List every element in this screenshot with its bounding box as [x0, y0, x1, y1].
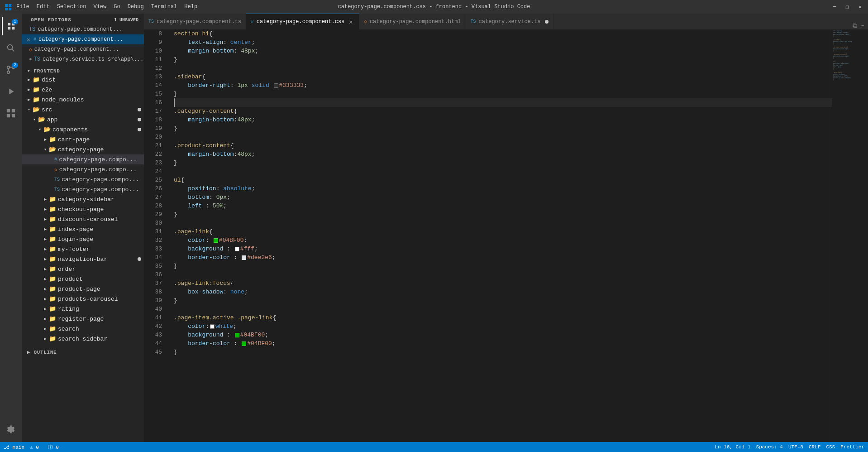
code-line-14: border-right: 1px solid #333333; — [174, 81, 832, 90]
editor-content: 8 9 10 11 12 13 14 15 16 17 18 19 20 21 … — [144, 29, 868, 442]
title-bar: File Edit Selection View Go Debug Termin… — [0, 0, 868, 14]
file-ts-1[interactable]: TS category-page.compo... — [22, 174, 144, 184]
menu-debug[interactable]: Debug — [128, 4, 144, 10]
folder-login-page[interactable]: ▶ 📁 login-page — [22, 234, 144, 244]
git-branch[interactable]: ⎇ main — [4, 444, 24, 450]
folder-index-page[interactable]: ▶ 📁 index-page — [22, 224, 144, 234]
folder-register-page[interactable]: ▶ 📁 register-page — [22, 314, 144, 324]
folder-cart-page[interactable]: ▶ 📁 cart-page — [22, 135, 144, 144]
menu-view[interactable]: View — [93, 4, 106, 10]
service-filename: category.service.ts src\app\... — [43, 56, 143, 63]
menu-go[interactable]: Go — [114, 4, 120, 10]
minimap-content: section h1{ text-align: center; margin-b… — [832, 29, 868, 82]
explorer-activity-icon[interactable]: 1 — [2, 17, 20, 35]
folder-e2e[interactable]: ▶ 📁 e2e — [22, 85, 144, 95]
outline-header[interactable]: ▶ OUTLINE — [22, 346, 144, 356]
tab-css[interactable]: # category-page.component.css ✕ — [246, 14, 359, 29]
tab-ts[interactable]: TS category-page.component.ts — [144, 14, 246, 29]
activity-bar: 1 2 — [0, 14, 22, 442]
open-editor-ts-file[interactable]: TS category-page.component... — [22, 24, 144, 34]
arrow-products-carousel: ▶ — [42, 296, 49, 302]
folder-index-icon: 📁 — [49, 226, 56, 233]
svg-rect-1 — [9, 4, 11, 7]
tab-css-close-icon[interactable]: ✕ — [347, 18, 354, 26]
folder-search[interactable]: ▶ 📁 search — [22, 324, 144, 334]
menu-terminal[interactable]: Terminal — [151, 4, 177, 10]
menu-file[interactable]: File — [16, 4, 29, 10]
open-editor-service-file[interactable]: ● TS category.service.ts src\app\... — [22, 54, 144, 64]
folder-discount-carousel[interactable]: ▶ 📁 discount-carousel — [22, 214, 144, 224]
menu-help[interactable]: Help — [184, 4, 197, 10]
extensions-activity-icon[interactable] — [2, 104, 20, 122]
svg-line-5 — [12, 49, 14, 51]
folder-search-sidebar[interactable]: ▶ 📁 search-sidebar — [22, 334, 144, 344]
cursor-position[interactable]: Ln 16, Col 1 — [715, 444, 750, 450]
code-line-32: color: #04BF00; — [174, 236, 832, 245]
code-line-21: .product-content{ — [174, 141, 832, 150]
menu-selection[interactable]: Selection — [57, 4, 86, 10]
tab-css-label: category-page.component.css — [257, 19, 344, 25]
file-css[interactable]: # category-page.compo... — [22, 154, 144, 164]
menu-bar[interactable]: File Edit Selection View Go Debug Termin… — [16, 4, 197, 10]
unsaved-badge: 1 UNSAVED — [114, 18, 138, 23]
source-control-activity-icon[interactable]: 2 — [2, 61, 20, 79]
svg-rect-3 — [9, 8, 11, 10]
code-line-16 — [174, 98, 832, 107]
tab-bar: TS category-page.component.ts # category… — [144, 14, 868, 29]
folder-src[interactable]: ▾ 📂 src — [22, 105, 144, 115]
tab-html[interactable]: ◇ category-page.component.html — [359, 14, 466, 29]
folder-order[interactable]: ▶ 📁 order — [22, 264, 144, 274]
indentation[interactable]: Spaces: 4 — [756, 444, 783, 450]
formatter[interactable]: Prettier — [840, 444, 864, 450]
split-editor-icon[interactable]: ⧉ — [853, 22, 857, 29]
settings-activity-icon[interactable] — [2, 420, 20, 438]
folder-category-page[interactable]: ▾ 📂 category-page — [22, 144, 144, 154]
run-activity-icon[interactable] — [2, 82, 20, 101]
folder-node-modules-label: node_modules — [42, 96, 84, 103]
code-line-42: color:white; — [174, 322, 832, 331]
search-activity-icon[interactable] — [2, 39, 20, 57]
open-editors-header: OPEN EDITORS 1 UNSAVED — [22, 14, 144, 24]
open-editor-css-file[interactable]: ✕ # category-page.component... — [22, 34, 144, 44]
code-line-35: } — [174, 262, 832, 270]
close-css-tab-icon[interactable]: ✕ — [25, 36, 32, 43]
more-tabs-icon[interactable]: ⋯ — [861, 22, 864, 29]
folder-category-sidebar[interactable]: ▶ 📁 category-sidebar — [22, 194, 144, 204]
errors-warnings[interactable]: ⚠ 0 ⓘ 0 — [30, 444, 59, 451]
tab-html-label: category-page.component.html — [370, 19, 461, 25]
arrow-login: ▶ — [42, 236, 49, 242]
tab-service-ts[interactable]: TS category.service.ts — [466, 14, 554, 29]
maximize-button[interactable]: ❐ — [844, 4, 851, 10]
open-editor-html-file[interactable]: ◇ category-page.component... — [22, 44, 144, 54]
folder-checkout-page[interactable]: ▶ 📁 checkout-page — [22, 204, 144, 214]
sidebar: OPEN EDITORS 1 UNSAVED TS category-page.… — [22, 14, 144, 442]
svg-point-8 — [7, 66, 10, 69]
folder-node-modules[interactable]: ▶ 📁 node_modules — [22, 95, 144, 105]
svg-point-4 — [8, 45, 13, 50]
folder-product-label: product — [58, 276, 83, 283]
encoding[interactable]: UTF-8 — [788, 444, 803, 450]
file-ts-2[interactable]: TS category-page.compo... — [22, 184, 144, 194]
folder-components[interactable]: ▾ 📂 components — [22, 125, 144, 135]
folder-product-page[interactable]: ▶ 📁 product-page — [22, 284, 144, 294]
folder-rating[interactable]: ▶ 📁 rating — [22, 304, 144, 314]
folder-dist[interactable]: ▶ 📁 dist — [22, 75, 144, 85]
code-editor[interactable]: section h1{ text-align: center; margin-b… — [167, 29, 832, 442]
minimize-button[interactable]: — — [831, 4, 838, 10]
arrow-product-page: ▶ — [42, 286, 49, 292]
folder-my-footer[interactable]: ▶ 📁 my-footer — [22, 244, 144, 254]
language-mode[interactable]: CSS — [826, 444, 835, 450]
folder-products-carousel[interactable]: ▶ 📁 products-carousel — [22, 294, 144, 304]
folder-app[interactable]: ▾ 📂 app — [22, 115, 144, 125]
folder-navigation-bar[interactable]: ▶ 📁 navigation-bar — [22, 254, 144, 264]
folder-src-label: src — [42, 106, 52, 113]
folder-order-label: order — [58, 266, 76, 273]
line-endings[interactable]: CRLF — [809, 444, 820, 450]
close-button[interactable]: ✕ — [856, 4, 863, 10]
svg-rect-9 — [7, 109, 10, 112]
menu-edit[interactable]: Edit — [37, 4, 50, 10]
folder-product[interactable]: ▶ 📁 product — [22, 274, 144, 284]
window-title: category-page.component.css - frontend -… — [338, 4, 530, 10]
css-tree-icon: # — [54, 157, 57, 162]
file-html[interactable]: ◇ category-page.compo... — [22, 164, 144, 174]
